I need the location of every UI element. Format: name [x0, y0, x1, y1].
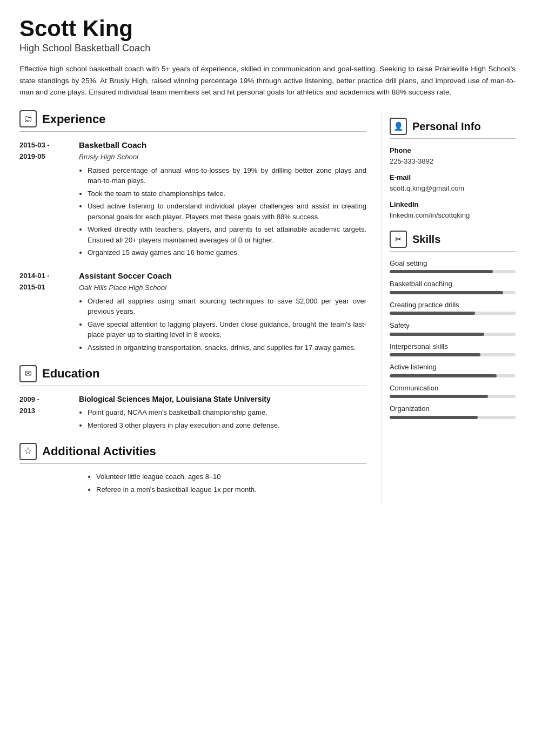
summary-text: Effective high school basketball coach w… — [19, 63, 516, 98]
resume-header: Scott King High School Basketball Coach … — [19, 16, 516, 98]
personal-info-section: 👤 Personal Info Phone 225-333-3892 E-mai… — [390, 118, 516, 221]
skill-communication: Communication — [390, 383, 516, 399]
additional-section: ☆ Additional Activities Volunteer little… — [19, 442, 366, 495]
job-1-bullet-4: Worked directly with teachers, players, … — [88, 224, 366, 245]
skills-title: Skills — [412, 231, 440, 247]
experience-divider — [19, 131, 366, 132]
skills-icon: ✂ — [390, 231, 407, 248]
additional-header: ☆ Additional Activities — [19, 442, 366, 460]
skill-bar-interpersonal-fill — [390, 353, 480, 356]
personal-info-divider — [390, 138, 516, 139]
experience-section: 🗂 Experience 2015-03 - 2019-05 Basketbal… — [19, 110, 366, 355]
skill-interpersonal: Interpersonal skills — [390, 341, 516, 357]
skill-bar-organization-bg — [390, 416, 516, 419]
skill-bar-communication-bg — [390, 395, 516, 398]
job-2-bullet-1: Ordered all supplies using smart sourcin… — [88, 296, 366, 317]
job-1-bullets: Raised percentage of annual wins-to-loss… — [79, 165, 366, 258]
skills-section: ✂ Skills Goal setting Basketball coachin… — [390, 231, 516, 419]
skill-bar-interpersonal-bg — [390, 353, 516, 356]
job-1-content: Basketball Coach Brusly High School Rais… — [79, 139, 366, 260]
job-1-title: Basketball Coach — [79, 139, 366, 152]
edu-1-content: Biological Sciences Major, Louisiana Sta… — [79, 394, 366, 433]
job-1-bullet-1: Raised percentage of annual wins-to-loss… — [88, 165, 366, 186]
experience-title: Experience — [42, 110, 105, 128]
skill-bar-communication-fill — [390, 395, 488, 398]
skill-bar-listening-fill — [390, 374, 497, 377]
personal-info-header: 👤 Personal Info — [390, 118, 516, 135]
edu-1-bullet-1: Point guard, NCAA men's basketball champ… — [88, 407, 366, 418]
skill-organization: Organization — [390, 403, 516, 419]
edu-1-dates: 2009 - 2013 — [19, 394, 79, 433]
job-2: 2014-01 - 2015-01 Assistant Soccer Coach… — [19, 270, 366, 355]
skill-bar-drills-fill — [390, 312, 475, 315]
left-column: 🗂 Experience 2015-03 - 2019-05 Basketbal… — [19, 110, 382, 505]
linkedin-label: LinkedIn — [390, 199, 516, 210]
additional-bullets: Volunteer little league coach, ages 8–10… — [88, 471, 366, 495]
additional-divider — [19, 463, 366, 464]
candidate-title: High School Basketball Coach — [19, 41, 516, 56]
skill-bar-drills-bg — [390, 312, 516, 315]
job-2-dates: 2014-01 - 2015-01 — [19, 270, 79, 355]
skill-bar-safety-bg — [390, 333, 516, 336]
email-value: scott.q.king@gmail.com — [390, 183, 516, 194]
candidate-name: Scott King — [19, 16, 516, 41]
skill-bar-basketball-bg — [390, 291, 516, 294]
job-1-company: Brusly High School — [79, 152, 366, 163]
additional-title: Additional Activities — [42, 442, 156, 460]
phone-field: Phone 225-333-3892 — [390, 145, 516, 167]
education-title: Education — [42, 364, 99, 382]
skill-bar-safety-fill — [390, 333, 484, 336]
education-section: ✉ Education 2009 - 2013 Biological Scien… — [19, 364, 366, 433]
job-2-bullet-2: Gave special attention to lagging player… — [88, 319, 366, 340]
right-column: 👤 Personal Info Phone 225-333-3892 E-mai… — [382, 110, 516, 505]
linkedin-field: LinkedIn linkedin.com/in/scottqking — [390, 199, 516, 221]
email-label: E-mail — [390, 172, 516, 183]
job-1-bullet-2: Took the team to state championships twi… — [88, 188, 366, 199]
skill-bar-organization-fill — [390, 416, 478, 419]
job-1-bullet-5: Organized 15 away games and 16 home game… — [88, 247, 366, 258]
skill-bar-basketball-fill — [390, 291, 503, 294]
skill-creating-drills: Creating practice drills — [390, 300, 516, 315]
job-2-title: Assistant Soccer Coach — [79, 270, 366, 282]
personal-info-title: Personal Info — [412, 118, 481, 134]
job-2-content: Assistant Soccer Coach Oak Hills Place H… — [79, 270, 366, 355]
skill-active-listening: Active listening — [390, 362, 516, 377]
experience-icon: 🗂 — [19, 110, 37, 127]
job-1: 2015-03 - 2019-05 Basketball Coach Brusl… — [19, 139, 366, 260]
skill-safety: Safety — [390, 320, 516, 336]
additional-icon: ☆ — [19, 443, 37, 460]
skill-goal-setting: Goal setting — [390, 258, 516, 274]
addact-bullet-1: Volunteer little league coach, ages 8–10 — [96, 471, 366, 482]
edu-1-bullets: Point guard, NCAA men's basketball champ… — [79, 407, 366, 430]
phone-label: Phone — [390, 145, 516, 156]
job-1-dates: 2015-03 - 2019-05 — [19, 139, 79, 260]
job-2-company: Oak Hills Place High School — [79, 282, 366, 293]
email-field: E-mail scott.q.king@gmail.com — [390, 172, 516, 194]
linkedin-value: linkedin.com/in/scottqking — [390, 210, 516, 221]
edu-1: 2009 - 2013 Biological Sciences Major, L… — [19, 394, 366, 433]
skills-divider — [390, 251, 516, 252]
edu-1-degree: Biological Sciences Major, Louisiana Sta… — [79, 394, 366, 405]
addact-bullet-2: Referee in a men's basketball league 1x … — [96, 484, 366, 495]
phone-value: 225-333-3892 — [390, 156, 516, 167]
job-2-bullet-3: Assisted in organizing transportation, s… — [88, 342, 366, 353]
skill-bar-goal-setting-bg — [390, 270, 516, 273]
skills-header: ✂ Skills — [390, 231, 516, 248]
education-icon: ✉ — [19, 365, 37, 382]
edu-1-bullet-2: Mentored 3 other players in play executi… — [88, 420, 366, 431]
additional-content: Volunteer little league coach, ages 8–10… — [19, 471, 366, 495]
job-1-bullet-3: Used active listening to understand indi… — [88, 201, 366, 222]
skill-basketball-coaching: Basketball coaching — [390, 279, 516, 294]
education-header: ✉ Education — [19, 364, 366, 382]
main-layout: 🗂 Experience 2015-03 - 2019-05 Basketbal… — [19, 110, 516, 505]
education-divider — [19, 386, 366, 386]
job-2-bullets: Ordered all supplies using smart sourcin… — [79, 296, 366, 353]
personal-info-icon: 👤 — [390, 118, 407, 135]
skill-bar-goal-setting-fill — [390, 270, 493, 273]
experience-header: 🗂 Experience — [19, 110, 366, 128]
skill-bar-listening-bg — [390, 374, 516, 377]
